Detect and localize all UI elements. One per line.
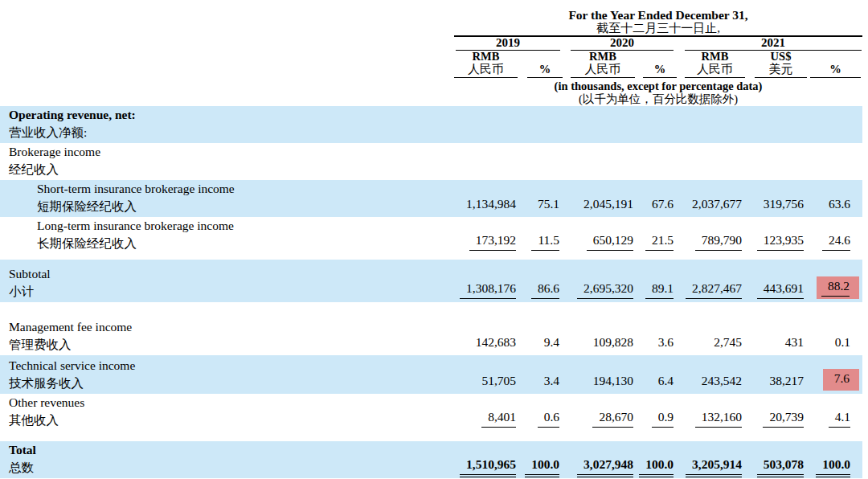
red-highlight-mark: 7.6 (823, 369, 859, 391)
row-label-en: Total (0, 441, 454, 459)
rmb-label-en: RMB (571, 51, 635, 63)
value-cell: 86.6 (519, 260, 563, 302)
value-cell: 431 (745, 318, 807, 355)
value-cell: 11.5 (519, 217, 563, 254)
value-cell: 789,790 (677, 217, 745, 254)
usd-label-zh: 美元 (755, 63, 807, 76)
row-label-en: Technical service income (0, 357, 454, 375)
value-cell: 132,160 (677, 394, 745, 431)
table-title-cell: For the Year Ended December 31, 截至十二月三十一… (454, 0, 862, 36)
table-title-zh: 截至十二月三十一日止, (454, 22, 862, 35)
value-cell: 503,078 (745, 441, 807, 478)
row-label-cell: Management fee income 管理费收入 (0, 318, 454, 355)
table-row-management-fee: Management fee income 管理费收入 142,683 9.4 … (0, 318, 862, 355)
units-note-cell: (in thousands, except for percentage dat… (454, 78, 862, 106)
row-label-cell: Subtotal 小计 (0, 260, 454, 302)
row-label-cell: Other revenues 其他收入 (0, 394, 454, 431)
col-header-pct-2021: % (807, 51, 862, 78)
value-cell-highlighted: 7.6 (807, 355, 862, 394)
table-row-short-term: Short-term insurance brokerage income 短期… (0, 180, 862, 217)
year-header-2021: 2021 (685, 37, 862, 51)
usd-label-en: US$ (755, 51, 807, 63)
value-cell: 100.0 (637, 441, 677, 478)
financial-statement-page: For the Year Ended December 31, 截至十二月三十一… (0, 0, 868, 479)
rmb-label-zh: 人民币 (454, 63, 518, 76)
row-label-cell: Long-term insurance brokerage income 长期保… (0, 217, 454, 254)
value-cell: 3,205,914 (677, 441, 745, 478)
value-cell: 75.1 (519, 180, 563, 217)
year-header-2019: 2019 (456, 37, 560, 51)
table-row-long-term: Long-term insurance brokerage income 长期保… (0, 217, 862, 254)
percent-label: % (643, 63, 677, 76)
value-cell: 3,027,948 (563, 441, 637, 478)
label-column-spacer (0, 36, 454, 51)
label-column-spacer (0, 0, 454, 36)
value-cell: 1,134,984 (454, 180, 519, 217)
row-label-en: Management fee income (0, 318, 454, 336)
value-cell: 6.4 (637, 355, 677, 394)
value-cell: 100.0 (519, 441, 563, 478)
value-cell: 2,037,677 (677, 180, 745, 217)
value-cell: 4.1 (807, 394, 862, 431)
value-cell: 243,542 (677, 355, 745, 394)
rmb-label-zh: 人民币 (685, 63, 745, 76)
table-row-brokerage-income: Brokerage income 经纪收入 (0, 143, 862, 180)
value-cell: 443,691 (745, 260, 807, 302)
rmb-label-en: RMB (454, 51, 518, 63)
value-cell: 109,828 (563, 318, 637, 355)
row-label-zh: 总数 (0, 459, 454, 477)
value-cell: 38,217 (745, 355, 807, 394)
year-header-row: 2019 2020 2021 (0, 36, 862, 51)
value-cell: 650,129 (563, 217, 637, 254)
row-label-zh: 管理费收入 (0, 336, 454, 354)
label-column-spacer (0, 78, 454, 106)
percent-label: % (527, 63, 563, 76)
value-cell: 2,695,320 (563, 260, 637, 302)
units-note-en: (in thousands, except for percentage dat… (454, 80, 862, 92)
row-label-en: Brokerage income (0, 143, 862, 161)
row-label-cell: Total 总数 (0, 441, 454, 478)
value-cell: 28,670 (563, 394, 637, 431)
spacer-row (0, 302, 862, 318)
row-label-cell: Brokerage income 经纪收入 (0, 143, 862, 180)
value-cell: 194,130 (563, 355, 637, 394)
table-title-en: For the Year Ended December 31, (454, 8, 862, 22)
red-highlight-mark: 88.2 (817, 276, 859, 299)
year-header-2019-cell: 2019 (454, 36, 563, 51)
row-label-en: Subtotal (0, 265, 454, 283)
spacer-row (0, 254, 862, 260)
row-label-zh: 其他收入 (0, 411, 454, 429)
value-cell: 21.5 (637, 217, 677, 254)
row-label-zh: 经纪收入 (0, 161, 862, 178)
value-cell: 67.6 (637, 180, 677, 217)
value-cell: 89.1 (637, 260, 677, 302)
col-header-rmb-2021: RMB 人民币 (677, 51, 745, 78)
value-cell: 0.6 (519, 394, 563, 431)
row-label-en: Other revenues (0, 394, 454, 411)
value-cell: 9.4 (519, 318, 563, 355)
value-cell: 100.0 (807, 441, 862, 478)
row-label-en: Short-term insurance brokerage income (0, 180, 454, 198)
value-cell: 2,745 (677, 318, 745, 355)
table-row-technical-service: Technical service income 技术服务收入 51,705 3… (0, 355, 862, 394)
units-note-zh: (以千为单位，百分比数据除外) (454, 92, 862, 106)
value-cell: 123,935 (745, 217, 807, 254)
table-row-other-revenues: Other revenues 其他收入 8,401 0.6 28,670 0.9… (0, 394, 862, 431)
value-cell: 51,705 (454, 355, 519, 394)
year-header-2021-cell: 2021 (677, 36, 862, 51)
col-header-usd-2021: US$ 美元 (745, 51, 807, 78)
row-label-zh: 长期保险经纪收入 (0, 235, 454, 252)
value-cell: 2,045,191 (563, 180, 637, 217)
value-cell: 319,756 (745, 180, 807, 217)
value-cell: 63.6 (807, 180, 862, 217)
table-row-total: Total 总数 1,510,965 100.0 3,027,948 100.0… (0, 441, 862, 478)
year-header-2020: 2020 (571, 37, 674, 51)
column-header-row: RMB 人民币 % RMB 人民币 % RMB 人民币 US$ 美元 (0, 51, 862, 78)
value-cell: 1,510,965 (454, 441, 519, 478)
col-header-pct-2020: % (637, 51, 677, 78)
rmb-label-zh: 人民币 (571, 63, 635, 76)
label-column-spacer (0, 51, 454, 78)
table-row-operating-revenue: Operating revenue, net: 营业收入净额: (0, 106, 862, 143)
rmb-label-en: RMB (685, 51, 745, 63)
row-label-cell: Short-term insurance brokerage income 短期… (0, 180, 454, 217)
